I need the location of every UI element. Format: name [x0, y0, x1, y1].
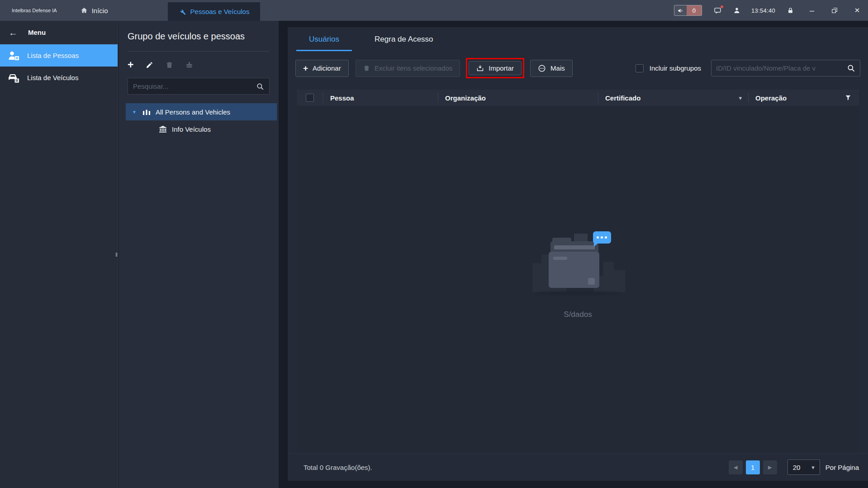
group-panel: Grupo de veículos e pessoas + ▼ All Pers…: [119, 21, 279, 488]
back-arrow-icon[interactable]: ←: [9, 28, 18, 37]
trash-icon: [363, 65, 370, 72]
column-label: Pessoa: [330, 94, 354, 102]
main-tabs: Usuários Regra de Acesso: [288, 27, 868, 51]
titlebar: Intelbras Defense IA Início Pessoas e Ve…: [0, 0, 868, 21]
wrench-icon: [179, 8, 186, 15]
tab-pessoas-veiculos[interactable]: Pessoas e Veículos: [168, 2, 261, 21]
select-all-checkbox[interactable]: [306, 94, 314, 102]
car-list-icon: [7, 73, 21, 83]
table-search-input[interactable]: [716, 64, 847, 72]
alarm-count-badge: 0: [687, 5, 702, 15]
tab-regra-de-acesso[interactable]: Regra de Acesso: [362, 27, 446, 51]
page-next-button[interactable]: ▶: [763, 460, 777, 474]
add-button[interactable]: + Adicionar: [295, 60, 349, 77]
page-current[interactable]: 1: [746, 460, 760, 474]
ground-shadow: [536, 292, 619, 295]
delete-button-label: Excluir itens selecionados: [375, 64, 453, 72]
home-icon: [81, 7, 88, 14]
page-size-value: 20: [793, 464, 801, 471]
panel-collapse-handle[interactable]: ‖: [114, 249, 119, 260]
chevron-down-icon[interactable]: ▾: [739, 95, 742, 101]
per-page-label: Por Página: [825, 464, 859, 471]
tree-node-info-veiculos[interactable]: Info Veículos: [126, 120, 277, 138]
delete-group-icon[interactable]: [166, 61, 173, 69]
table-body: S/dados: [297, 106, 859, 453]
group-tree: ▼ All Persons and Vehicles Info Veículos: [126, 103, 277, 138]
group-search-box: [128, 78, 270, 95]
person-list-icon: [7, 51, 21, 61]
column-label: Operação: [755, 94, 787, 102]
tree-node-label: Info Veículos: [172, 125, 211, 133]
import-highlight-box: Importar: [466, 58, 524, 78]
column-organizacao: Organização: [438, 90, 598, 106]
tab-regra-label: Regra de Acesso: [375, 35, 433, 44]
main-panel: Usuários Regra de Acesso + Adicionar Exc…: [288, 27, 868, 481]
delete-selected-button: Excluir itens selecionados: [356, 60, 460, 77]
tab-inicio[interactable]: Início: [73, 0, 115, 21]
page-size-select[interactable]: 20 ▾: [787, 459, 820, 475]
filter-icon[interactable]: [844, 94, 852, 101]
add-button-label: Adicionar: [313, 64, 341, 72]
more-button-label: Mais: [550, 64, 565, 72]
tab-inicio-label: Início: [92, 7, 108, 14]
tree-node-all-persons-and-vehicles[interactable]: ▼ All Persons and Vehicles: [126, 103, 277, 120]
add-group-icon[interactable]: +: [128, 60, 133, 70]
import-button[interactable]: Importar: [469, 61, 522, 75]
folder-detail-square: [588, 278, 595, 285]
chevron-down-icon: ▾: [811, 464, 815, 471]
left-sidebar: ← Menu Lista de Pessoas Lista de Veículo…: [0, 21, 118, 488]
bank-icon: [159, 125, 167, 133]
empty-state: S/dados: [531, 231, 626, 319]
include-subgroups-option: Incluir subgrupos: [636, 64, 701, 72]
pagination: ◀ 1 ▶ 20 ▾ Por Página: [729, 459, 859, 475]
sidebar-item-lista-de-veiculos[interactable]: Lista de Veículos: [0, 67, 118, 89]
divider: [128, 51, 270, 52]
column-operacao: Operação: [748, 90, 859, 106]
folder-stripe: [554, 245, 595, 249]
user-icon[interactable]: [733, 7, 740, 14]
speaker-icon[interactable]: [674, 5, 687, 15]
plus-icon: +: [303, 64, 308, 72]
tree-node-label: All Persons and Vehicles: [156, 108, 230, 116]
chat-bubble-icon: [593, 231, 611, 244]
titlebar-right: 0 13:54:40 – ✕: [674, 5, 862, 16]
folder-detail-pill: [553, 257, 567, 260]
column-pessoa: Pessoa: [323, 90, 438, 106]
search-icon[interactable]: [847, 64, 855, 72]
table-header: Pessoa Organização Certificado ▾ Operaçã…: [297, 90, 859, 106]
group-toolbar: +: [128, 59, 270, 70]
column-label: Organização: [445, 94, 486, 102]
include-subgroups-label: Incluir subgrupos: [650, 64, 701, 72]
clock: 13:54:40: [751, 7, 775, 14]
tab-usuarios-label: Usuários: [309, 35, 339, 44]
sidebar-item-lista-de-pessoas[interactable]: Lista de Pessoas: [0, 44, 118, 67]
edit-group-icon[interactable]: [146, 61, 153, 69]
minimize-button[interactable]: –: [807, 6, 816, 15]
lock-icon[interactable]: [787, 7, 794, 14]
app-logo: Intelbras Defense IA: [12, 8, 57, 13]
sidebar-item-label: Lista de Veículos: [27, 74, 78, 81]
search-icon[interactable]: [256, 82, 264, 91]
message-icon[interactable]: [714, 7, 721, 14]
stamp-icon[interactable]: [185, 61, 193, 69]
menu-title: Menu: [28, 29, 46, 36]
main-toolbar: + Adicionar Excluir itens selecionados I…: [288, 58, 868, 78]
more-button[interactable]: Mais: [530, 60, 573, 77]
group-search-input[interactable]: [133, 82, 256, 90]
column-certificado: Certificado ▾: [598, 90, 748, 106]
include-subgroups-checkbox[interactable]: [636, 64, 644, 72]
import-button-label: Importar: [489, 64, 514, 72]
expander-icon[interactable]: ▼: [132, 110, 138, 115]
tab-usuarios[interactable]: Usuários: [296, 27, 352, 51]
alarm-sound-control[interactable]: 0: [674, 5, 702, 16]
organization-icon: [142, 108, 151, 115]
import-icon: [476, 64, 484, 72]
total-records-label: Total 0 Gravação(ões).: [304, 464, 372, 471]
group-panel-title: Grupo de veículos e pessoas: [128, 31, 270, 42]
menu-header: ← Menu: [0, 21, 118, 44]
close-button[interactable]: ✕: [853, 6, 862, 15]
no-data-label: S/dados: [564, 310, 592, 319]
page-prev-button[interactable]: ◀: [729, 460, 743, 474]
table-search-box: [711, 60, 860, 77]
restore-button[interactable]: [830, 6, 839, 15]
